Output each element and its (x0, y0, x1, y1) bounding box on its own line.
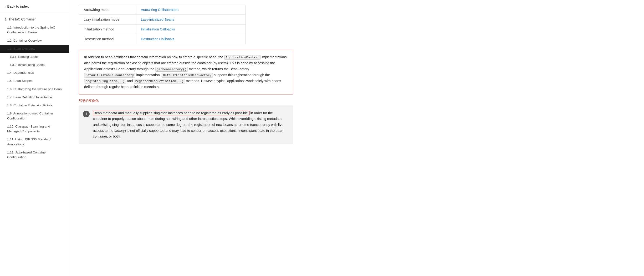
sidebar-item-java-based[interactable]: 1.12. Java-based Container Configuration (0, 148, 69, 161)
table-cell-property: Initialization method (79, 24, 136, 34)
sidebar-item-definition-inheritance[interactable]: 1.7. Bean Definition Inheritance (0, 93, 69, 101)
table-cell-value[interactable]: Lazy-initialized Beans (136, 15, 246, 24)
back-to-index[interactable]: ‹ Back to index (0, 0, 69, 13)
sidebar-item-customizing[interactable]: 1.6. Customizing the Nature of a Bean (0, 85, 69, 93)
sidebar-item-bean-scopes[interactable]: 1.5. Bean Scopes (0, 77, 69, 85)
sidebar-item-container-overview[interactable]: 1.2. Container Overview (0, 37, 69, 45)
info-box: In addition to bean definitions that con… (79, 50, 293, 95)
sidebar-item-naming-beans[interactable]: 1.3.1. Naming Beans (0, 53, 69, 61)
table-row: Destruction methodDestruction Callbacks (79, 34, 246, 44)
note-highlighted: Bean metadata and manually supplied sing… (93, 111, 250, 115)
code-DefaultListableBeanFactory1: DefaultListableBeanFactory (84, 73, 136, 78)
code-ApplicationContext: ApplicationContext (224, 55, 260, 60)
table-link[interactable]: Destruction Callbacks (141, 37, 174, 41)
table-cell-property: Lazy initialization mode (79, 15, 136, 24)
table-row: Initialization methodInitialization Call… (79, 24, 246, 34)
table-cell-property: Autowiring mode (79, 5, 136, 15)
table-cell-value[interactable]: Destruction Callbacks (136, 34, 246, 44)
table-row: Autowiring modeAutowiring Collaborators (79, 5, 246, 15)
back-chevron-icon: ‹ (5, 4, 6, 8)
code-getBeanFactory: getBeanFactory() (156, 67, 188, 72)
sidebar-item-container-extension[interactable]: 1.8. Container Extension Points (0, 101, 69, 110)
table-cell-property: Destruction method (79, 34, 136, 44)
sidebar-item-intro-spring[interactable]: 1.1. Introduction to the Spring IoC Cont… (0, 23, 69, 37)
back-to-index-label: Back to index (7, 4, 28, 8)
code-registerSingleton: registerSingleton(..) (84, 79, 126, 84)
sidebar-item-ioc-container[interactable]: 1. The IoC Container (0, 15, 69, 23)
table-link[interactable]: Initialization Callbacks (141, 27, 175, 31)
nav-list: 1. The IoC Container1.1. Introduction to… (0, 13, 69, 164)
table-link[interactable]: Autowiring Collaborators (141, 8, 178, 12)
code-DefaultListableBeanFactory2: DefaultListableBeanFactory (162, 73, 213, 78)
info-icon: i (83, 111, 90, 117)
sidebar-item-annotation-based[interactable]: 1.9. Annotation-based Container Configur… (0, 110, 69, 123)
code-registerBeanDefinition: registerBeanDefinition(..) (134, 79, 185, 84)
sidebar: ‹ Back to index 1. The IoC Container1.1.… (0, 0, 69, 276)
table-row: Lazy initialization modeLazy-initialized… (79, 15, 246, 24)
bean-definition-table: Autowiring modeAutowiring CollaboratorsL… (79, 5, 246, 44)
sidebar-item-classpath-scanning[interactable]: 1.10. Classpath Scanning and Managed Com… (0, 123, 69, 136)
main-content: Autowiring modeAutowiring CollaboratorsL… (69, 0, 644, 276)
table-cell-value[interactable]: Autowiring Collaborators (136, 5, 246, 15)
table-link[interactable]: Lazy-initialized Beans (141, 18, 174, 21)
note-content: Bean metadata and manually supplied sing… (93, 110, 288, 139)
table-cell-value[interactable]: Initialization Callbacks (136, 24, 246, 34)
sidebar-item-dependencies[interactable]: 1.4. Dependencies (0, 69, 69, 77)
sidebar-item-instantiating-beans[interactable]: 1.3.2. Instantiating Beans (0, 61, 69, 69)
note-box: i Bean metadata and manually supplied si… (79, 105, 293, 144)
chinese-note[interactable]: 尽早的实例化 (79, 99, 634, 103)
sidebar-item-jsr330[interactable]: 1.11. Using JSR 330 Standard Annotations (0, 136, 69, 148)
sidebar-item-bean-overview[interactable]: 1.3. Bean Overview (0, 45, 69, 53)
